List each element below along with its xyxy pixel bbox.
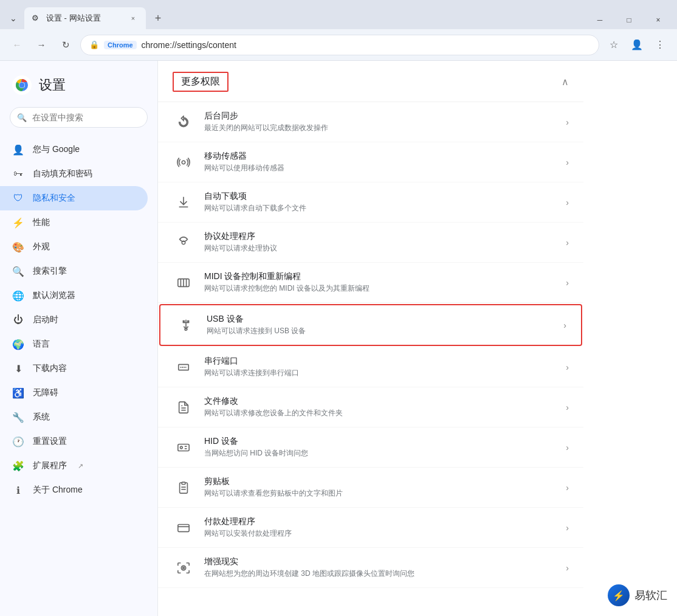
file-edit-arrow: › [566, 403, 569, 412]
sidebar-item-label: 启动时 [33, 314, 58, 325]
content-inner: 更多权限 ∧ 后台同步 最近关闭的网站可以完成数据收发操作 › 移动传感器 网站… [158, 61, 583, 588]
active-tab[interactable]: ⚙ 设置 - 网站设置 × [24, 7, 146, 29]
ar-text: 增强现实 在网站想为您的周边环境创建 3D 地图或跟踪摄像头位置时询问您 [204, 556, 566, 579]
sidebar-item-privacy[interactable]: 🛡 隐私和安全 [0, 186, 148, 210]
search-icon: 🔍 [17, 113, 27, 122]
search-wrapper: 🔍 [10, 107, 148, 128]
ar-arrow: › [566, 563, 569, 573]
startup-icon: ⏻ [12, 314, 24, 326]
settings-item-motion-sensors[interactable]: 移动传感器 网站可以使用移动传感器 › [158, 142, 583, 182]
payment-arrow: › [566, 523, 569, 533]
svg-rect-24 [178, 524, 189, 531]
hid-arrow: › [566, 443, 569, 452]
protocol-handlers-desc: 网站可以请求处理协议 [204, 243, 566, 254]
settings-item-protocol-handlers[interactable]: 协议处理程序 网站可以请求处理协议 › [158, 223, 583, 263]
new-tab-button[interactable]: + [149, 10, 167, 27]
tab-bar: ⌄ ⚙ 设置 - 网站设置 × + ─ □ × [0, 0, 677, 29]
sidebar-item-startup[interactable]: ⏻ 启动时 [0, 308, 148, 332]
sidebar-item-autofill[interactable]: 🗝 自动填充和密码 [0, 162, 148, 186]
menu-button[interactable]: ⋮ [650, 35, 670, 55]
motion-sensors-text: 移动传感器 网站可以使用移动传感器 [204, 151, 566, 173]
about-icon: ℹ [12, 484, 24, 496]
sidebar-item-accessibility[interactable]: ♿ 无障碍 [0, 381, 148, 405]
svg-point-3 [182, 161, 185, 164]
sidebar-item-label: 搜索引擎 [33, 266, 67, 277]
sidebar-item-extensions[interactable]: 🧩 扩展程序 ↗ [0, 454, 148, 478]
sidebar-item-label: 性能 [33, 217, 50, 228]
settings-item-hid[interactable]: HID 设备 当网站想访问 HID 设备时询问您 › [158, 427, 583, 468]
auto-download-icon [173, 192, 194, 213]
clipboard-arrow: › [566, 483, 569, 493]
address-bar[interactable]: 🔒 Chrome chrome://settings/content [80, 35, 599, 55]
search-input[interactable] [10, 107, 148, 128]
forward-button[interactable]: → [32, 35, 51, 55]
payment-text: 付款处理程序 网站可以安装付款处理程序 [204, 516, 566, 539]
recent-tabs-button[interactable]: ⌄ [5, 10, 22, 27]
svg-point-26 [181, 566, 185, 570]
settings-item-ar[interactable]: 增强现实 在网站想为您的周边环境创建 3D 地图或跟踪摄像头位置时询问您 › [158, 548, 583, 588]
settings-item-payment[interactable]: 付款处理程序 网站可以安装付款处理程序 › [158, 508, 583, 548]
auto-download-desc: 网站可以请求自动下载多个文件 [204, 203, 566, 213]
motion-sensors-icon [173, 151, 194, 173]
hid-desc: 当网站想访问 HID 设备时询问您 [204, 448, 566, 459]
sidebar-item-browser[interactable]: 🌐 默认浏览器 [0, 283, 148, 308]
sidebar-item-system[interactable]: 🔧 系统 [0, 405, 148, 429]
motion-sensors-desc: 网站可以使用移动传感器 [204, 163, 566, 173]
chrome-logo-icon [12, 75, 32, 95]
autofill-icon: 🗝 [12, 168, 24, 180]
sidebar-item-language[interactable]: 🌍 语言 [0, 332, 148, 356]
tab-title: 设置 - 网站设置 [46, 13, 101, 24]
watermark-text: 易软汇 [634, 588, 667, 603]
settings-item-serial-port[interactable]: 串行端口 网站可以请求连接到串行端口 › [158, 347, 583, 387]
browser-icon: 🌐 [12, 289, 24, 302]
ar-title: 增强现实 [204, 556, 566, 567]
sidebar-item-downloads[interactable]: ⬇ 下载内容 [0, 356, 148, 381]
motion-sensors-arrow: › [566, 157, 569, 167]
settings-item-usb[interactable]: USB 设备 网站可以请求连接到 USB 设备 › [159, 304, 582, 346]
appearance-icon: 🎨 [12, 241, 24, 253]
usb-text: USB 设备 网站可以请求连接到 USB 设备 [207, 314, 563, 336]
sidebar-item-appearance[interactable]: 🎨 外观 [0, 235, 148, 259]
background-sync-text: 后台同步 最近关闭的网站可以完成数据收发操作 [204, 111, 566, 133]
usb-icon [175, 314, 197, 336]
ar-icon [173, 557, 194, 579]
background-sync-desc: 最近关闭的网站可以完成数据收发操作 [204, 123, 566, 133]
auto-download-text: 自动下载项 网站可以请求自动下载多个文件 [204, 191, 566, 213]
sidebar-item-performance[interactable]: ⚡ 性能 [0, 210, 148, 235]
settings-item-file-edit[interactable]: 文件修改 网站可以请求修改您设备上的文件和文件夹 › [158, 387, 583, 427]
settings-item-clipboard[interactable]: 剪贴板 网站可以请求查看您剪贴板中的文字和图片 › [158, 468, 583, 508]
close-button[interactable]: × [644, 11, 672, 29]
main-area: 更多权限 ∧ 后台同步 最近关闭的网站可以完成数据收发操作 › 移动传感器 网站… [158, 61, 677, 616]
serial-port-title: 串行端口 [204, 356, 566, 367]
sidebar-item-reset[interactable]: 🕐 重置设置 [0, 429, 148, 454]
sidebar-item-about[interactable]: ℹ 关于 Chrome [0, 478, 148, 502]
svg-rect-21 [182, 482, 185, 484]
sidebar-item-search[interactable]: 🔍 搜索引擎 [0, 259, 148, 283]
settings-item-background-sync[interactable]: 后台同步 最近关闭的网站可以完成数据收发操作 › [158, 102, 583, 142]
security-icon: 🔒 [89, 40, 99, 49]
sidebar-item-label: 您与 Google [33, 144, 80, 155]
file-edit-text: 文件修改 网站可以请求修改您设备上的文件和文件夹 [204, 396, 566, 418]
settings-list: 后台同步 最近关闭的网站可以完成数据收发操作 › 移动传感器 网站可以使用移动传… [158, 102, 583, 588]
svg-point-2 [19, 83, 25, 88]
sidebar: 设置 🔍 👤 您与 Google 🗝 自动填充和密码 🛡 隐私和安全 ⚡ 性能 … [0, 61, 158, 616]
sidebar-item-google[interactable]: 👤 您与 Google [0, 137, 148, 162]
settings-item-midi[interactable]: MIDI 设备控制和重新编程 网站可以请求控制您的 MIDI 设备以及为其重新编… [158, 263, 583, 303]
profile-button[interactable]: 👤 [627, 35, 647, 55]
svg-point-27 [183, 567, 185, 569]
tab-close-button[interactable]: × [128, 13, 139, 24]
sidebar-item-label: 自动填充和密码 [33, 168, 92, 179]
serial-port-text: 串行端口 网站可以请求连接到串行端口 [204, 356, 566, 378]
sidebar-item-label: 关于 Chrome [33, 485, 83, 496]
refresh-button[interactable]: ↻ [56, 35, 75, 55]
sidebar-item-label: 重置设置 [33, 436, 67, 447]
maximize-button[interactable]: □ [615, 11, 643, 29]
sidebar-search-container: 🔍 [10, 107, 148, 128]
back-button[interactable]: ← [7, 35, 27, 55]
settings-item-auto-download[interactable]: 自动下载项 网站可以请求自动下载多个文件 › [158, 182, 583, 223]
privacy-icon: 🛡 [12, 192, 24, 204]
collapse-icon[interactable]: ∧ [562, 76, 569, 88]
sidebar-item-label: 默认浏览器 [33, 290, 75, 301]
minimize-button[interactable]: ─ [586, 11, 614, 29]
bookmark-button[interactable]: ☆ [604, 35, 624, 55]
